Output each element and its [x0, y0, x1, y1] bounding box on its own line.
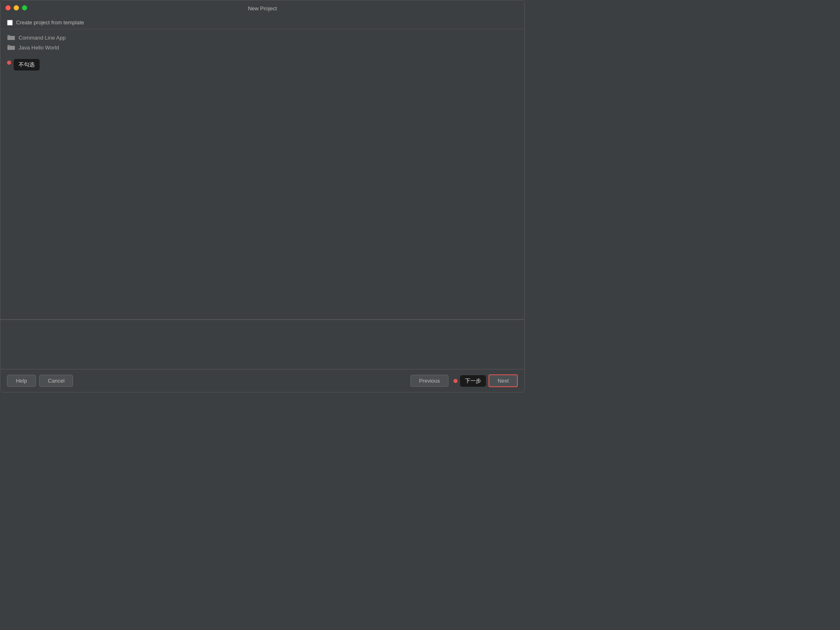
- new-project-window: New Project Create project from template…: [0, 0, 525, 393]
- folder-icon: [7, 44, 15, 51]
- close-button[interactable]: [5, 5, 11, 11]
- checkbox-row: Create project from template: [0, 15, 524, 29]
- minimize-button[interactable]: [14, 5, 19, 11]
- next-button[interactable]: Next: [488, 374, 518, 387]
- next-tooltip-wrapper: 下一步 Next: [453, 374, 518, 387]
- tooltip-unchecked-area: 不勾选: [0, 52, 524, 77]
- red-dot-next-indicator: [453, 379, 458, 383]
- window-title: New Project: [248, 5, 277, 12]
- template-list-area: Command Line App Java Hello World 不勾选: [0, 29, 524, 320]
- bottom-right-buttons: Previous 下一步 Next: [411, 374, 518, 387]
- bottom-left-buttons: Help Cancel: [7, 375, 73, 387]
- list-item-label: Java Hello World: [19, 45, 59, 51]
- description-panel: [0, 320, 524, 369]
- main-content: Create project from template Command Lin…: [0, 15, 524, 369]
- cancel-button[interactable]: Cancel: [39, 375, 73, 387]
- tooltip-next-bubble: 下一步: [460, 375, 486, 387]
- list-item[interactable]: Command Line App: [0, 33, 524, 42]
- checkbox-label: Create project from template: [16, 19, 84, 26]
- create-from-template-checkbox[interactable]: [7, 20, 13, 26]
- bottom-bar: Help Cancel Previous 下一步 Next: [0, 369, 524, 392]
- title-bar: New Project: [0, 0, 524, 15]
- list-item[interactable]: Java Hello World: [0, 42, 524, 52]
- previous-button[interactable]: Previous: [411, 375, 449, 387]
- folder-icon: [7, 34, 15, 41]
- list-item-label: Command Line App: [19, 35, 66, 41]
- traffic-lights: [5, 5, 27, 11]
- red-dot-indicator: [7, 61, 11, 65]
- tooltip-unchecked-bubble: 不勾选: [14, 59, 40, 71]
- help-button[interactable]: Help: [7, 375, 36, 387]
- maximize-button[interactable]: [22, 5, 27, 11]
